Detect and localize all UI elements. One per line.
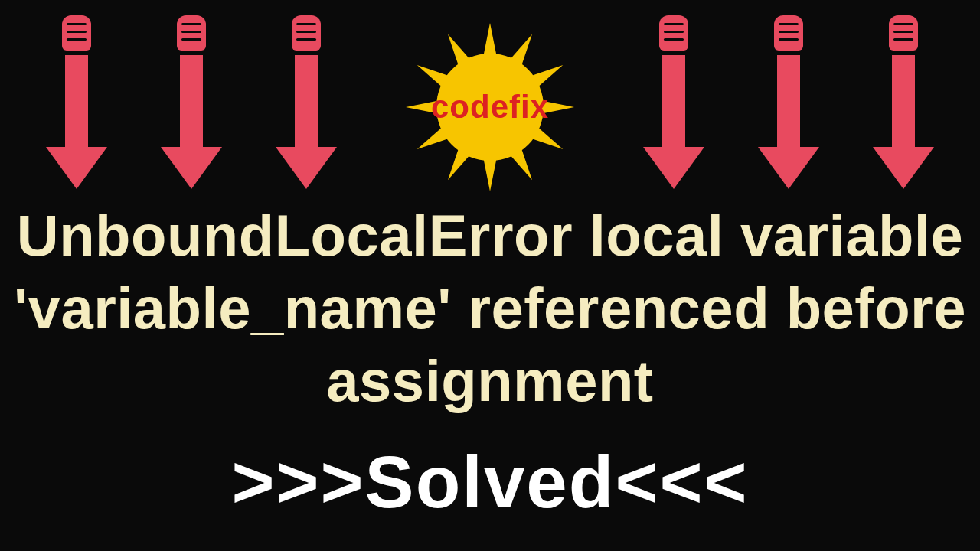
down-arrow-icon [873,15,934,189]
down-arrow-icon [46,15,107,189]
solved-word: Solved [365,441,616,523]
arrow-group-right [643,15,934,189]
solved-suffix: <<< [615,441,748,523]
error-message-text: UnboundLocalError local variable 'variab… [0,199,980,417]
top-arrows-row: codefix [0,15,980,199]
codefix-badge: codefix [390,15,590,199]
starburst-icon: codefix [417,34,563,180]
down-arrow-icon [643,15,704,189]
down-arrow-icon [758,15,819,189]
down-arrow-icon [161,15,222,189]
codefix-badge-label: codefix [431,89,549,126]
arrow-group-left [46,15,337,189]
solved-banner: >>>Solved<<< [0,440,980,524]
down-arrow-icon [276,15,337,189]
solved-prefix: >>> [231,441,364,523]
